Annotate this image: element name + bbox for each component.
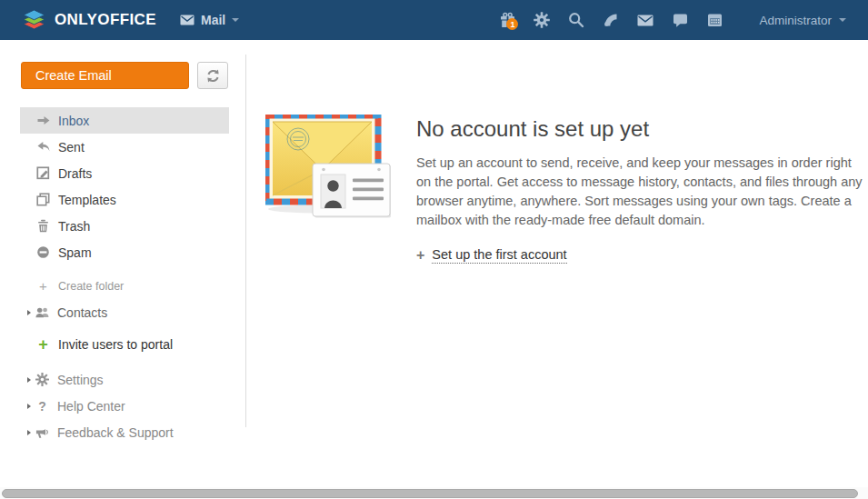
sidebar-item-label: Feedback & Support xyxy=(57,425,174,440)
mail-icon xyxy=(637,15,653,26)
expand-caret-icon[interactable] xyxy=(27,430,31,435)
gear-icon xyxy=(534,12,550,28)
question-icon: ? xyxy=(35,399,49,414)
invite-users-link[interactable]: + Invite users to portal xyxy=(20,331,229,357)
sidebar-item-contacts[interactable]: Contacts xyxy=(20,299,229,325)
sidebar-item-templates[interactable]: Templates xyxy=(20,186,229,213)
mail-module-icon xyxy=(180,15,195,25)
spam-icon xyxy=(36,245,50,259)
expand-caret-icon[interactable] xyxy=(27,377,31,383)
chevron-down-icon xyxy=(232,18,239,22)
user-name: Administrator xyxy=(759,14,832,27)
user-menu[interactable]: Administrator xyxy=(759,14,846,27)
portal-settings-button[interactable] xyxy=(524,6,559,34)
feed-button[interactable] xyxy=(594,6,628,34)
sidebar: Create Email Inbox Sent xyxy=(0,40,245,499)
sidebar-item-label: Settings xyxy=(57,373,104,387)
calendar-button[interactable] xyxy=(697,6,732,34)
scrollbar-thumb[interactable] xyxy=(2,489,858,498)
module-label: Mail xyxy=(201,13,225,27)
chevron-down-icon xyxy=(839,18,846,22)
expand-caret-icon[interactable] xyxy=(27,310,31,315)
horizontal-scrollbar xyxy=(0,487,868,499)
trash-icon xyxy=(36,219,50,233)
setup-first-account-link[interactable]: Set up the first account xyxy=(432,247,566,264)
talk-button[interactable] xyxy=(663,6,697,34)
sent-arrow-icon xyxy=(36,142,50,152)
drafts-icon xyxy=(36,166,50,180)
create-folder-label: Create folder xyxy=(58,280,124,293)
plus-icon: + xyxy=(416,248,424,263)
sidebar-item-label: Sent xyxy=(58,140,85,155)
create-folder-button[interactable]: + Create folder xyxy=(20,273,229,299)
sidebar-item-help-center[interactable]: ? Help Center xyxy=(20,393,229,419)
sidebar-item-label: Trash xyxy=(58,219,90,234)
sidebar-item-spam[interactable]: Spam xyxy=(20,239,229,265)
setup-account-row[interactable]: + Set up the first account xyxy=(416,247,863,264)
page-title: No account is set up yet xyxy=(416,116,863,142)
sidebar-item-label: Templates xyxy=(58,193,116,207)
sidebar-item-feedback-support[interactable]: Feedback & Support xyxy=(20,419,229,445)
mail-button[interactable] xyxy=(628,6,663,34)
refresh-button[interactable] xyxy=(197,62,228,89)
module-selector-mail[interactable]: Mail xyxy=(180,13,239,27)
onlyoffice-logo[interactable]: ONLYOFFICE xyxy=(22,10,156,31)
topbar-actions: 1 xyxy=(490,6,846,34)
sidebar-item-label: Spam xyxy=(58,245,92,260)
templates-icon xyxy=(36,193,50,206)
gear-icon xyxy=(35,373,49,386)
sidebar-item-label: Inbox xyxy=(58,114,89,128)
onlyoffice-logo-icon xyxy=(22,10,46,31)
whats-new-button[interactable]: 1 xyxy=(490,6,524,34)
megaphone-icon xyxy=(35,426,49,439)
expand-caret-icon[interactable] xyxy=(27,404,31,409)
brand-text: ONLYOFFICE xyxy=(55,11,156,29)
mail-illustration xyxy=(265,115,391,264)
sidebar-item-label: Contacts xyxy=(57,305,107,320)
topbar: ONLYOFFICE Mail 1 xyxy=(0,0,868,40)
inbox-arrow-icon xyxy=(36,115,50,125)
create-email-button[interactable]: Create Email xyxy=(21,62,189,89)
sidebar-divider xyxy=(245,55,246,427)
invite-plus-icon: + xyxy=(36,336,50,353)
invite-users-label: Invite users to portal xyxy=(58,337,173,352)
chat-icon xyxy=(673,13,688,27)
sidebar-item-drafts[interactable]: Drafts xyxy=(20,160,229,186)
sidebar-item-sent[interactable]: Sent xyxy=(20,134,229,160)
contacts-icon xyxy=(35,306,49,318)
sidebar-item-inbox[interactable]: Inbox xyxy=(20,107,229,134)
feed-icon xyxy=(603,12,619,28)
plus-icon: + xyxy=(36,278,50,294)
sidebar-item-label: Help Center xyxy=(57,399,125,414)
page-description: Set up an account to send, receive, and … xyxy=(416,154,863,230)
search-button[interactable] xyxy=(559,6,594,34)
refresh-icon xyxy=(205,68,221,84)
gift-badge: 1 xyxy=(506,18,518,30)
sidebar-item-label: Drafts xyxy=(58,166,92,181)
sidebar-item-trash[interactable]: Trash xyxy=(20,213,229,239)
search-icon xyxy=(568,12,584,28)
empty-state-panel: No account is set up yet Set up an accou… xyxy=(265,115,863,264)
calendar-icon xyxy=(707,13,723,27)
sidebar-item-settings[interactable]: Settings xyxy=(20,366,229,393)
folder-list: Inbox Sent Drafts Tem xyxy=(0,107,245,445)
